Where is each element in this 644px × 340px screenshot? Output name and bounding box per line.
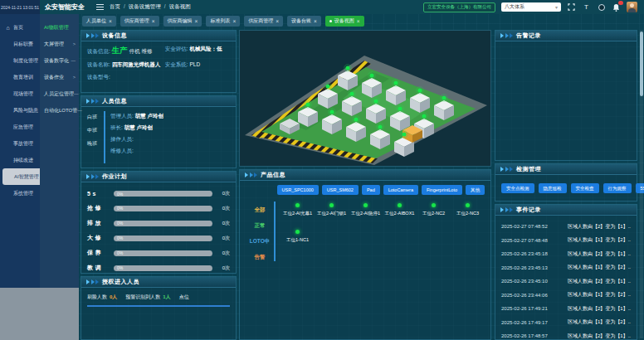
sidebar-item[interactable]: 风险与隐患 — [0, 102, 40, 119]
work-plan-row: 5s 0% 0次 — [87, 190, 230, 197]
tab[interactable]: 设备视图 × — [325, 16, 364, 27]
panel-title: 产品信息 — [261, 171, 285, 179]
close-icon[interactable]: × — [109, 18, 112, 24]
product-type-button[interactable]: USR_SPC1000 — [277, 185, 319, 195]
close-icon[interactable]: × — [314, 18, 317, 24]
progress-bar: 0% — [114, 191, 212, 197]
breadcrumb-section[interactable]: 设备设施管理 — [129, 3, 169, 11]
device-item[interactable]: 工位1-NC1 — [281, 230, 315, 243]
page-scrollbar[interactable] — [640, 30, 643, 338]
primary-sidebar: ⌂ 首页 目标职责 制度化管理 教育培训 现场管理 — [0, 14, 40, 288]
tab[interactable]: 供应商编辑 × — [163, 16, 202, 27]
event-text: 区域人数由【2】变为【1】.. — [568, 278, 631, 285]
close-icon[interactable]: × — [357, 18, 360, 24]
panel-chevrons-icon — [86, 279, 99, 284]
breadcrumb-home[interactable]: 首页 — [110, 3, 129, 11]
sidebar-item[interactable]: 目标职责 — [0, 36, 40, 52]
product-type-button[interactable]: LotoCamera — [383, 185, 418, 195]
close-icon[interactable]: × — [195, 18, 198, 24]
sidebar-item[interactable]: 事故管理 — [0, 135, 40, 152]
sidebar-item-label: 教育培训 — [13, 74, 33, 81]
product-type-button[interactable]: USR_SM602 — [322, 185, 359, 195]
close-icon[interactable]: × — [232, 18, 236, 24]
sidebar-item-label: 事故管理 — [13, 140, 33, 148]
sidebar-item[interactable]: 持续改进 — [0, 152, 40, 168]
device-item[interactable]: 工位2-AI门锁1 — [315, 203, 349, 216]
device-label: 工位2-AI急停1 — [351, 211, 380, 216]
submenu-item[interactable]: 设备数字化 — — [40, 52, 79, 69]
breadcrumb-current: 设备视图 — [169, 3, 191, 11]
submenu-item[interactable]: 设备作业 > — [40, 69, 79, 85]
event-text: 区域人数由【1】变为【2】.. — [568, 264, 631, 271]
shift-tab[interactable]: 白班 — [87, 114, 104, 121]
fullscreen-icon[interactable] — [567, 2, 576, 12]
sidebar-item[interactable]: 应急管理 — [0, 119, 40, 135]
submenu-item[interactable]: 大屏管理 > — [40, 36, 79, 52]
product-type-button[interactable]: Pad — [362, 185, 380, 195]
tab[interactable]: 人员单位 × — [82, 16, 116, 27]
authorized-stats: 刷脸人数0人 预警识别到人数1人 点位 — [87, 292, 230, 301]
sidebar-item-label: 持续改进 — [13, 157, 33, 164]
status-filter[interactable]: 正常 — [255, 222, 266, 230]
theme-icon[interactable] — [597, 2, 606, 12]
sidebar-item[interactable]: 制度化管理 — [0, 52, 40, 69]
device-item[interactable]: 工位2-AI急停1 — [349, 203, 383, 216]
device-item[interactable]: 工位2-NC3 — [451, 203, 485, 216]
inspection-button[interactable]: 安全点检测 — [501, 183, 534, 193]
inspection-button[interactable]: 行为观察 — [603, 183, 632, 193]
close-icon[interactable]: × — [152, 18, 155, 24]
sidebar-item-label: 目标职责 — [13, 41, 33, 48]
device-item[interactable]: 工位2-AIBOX1 — [383, 203, 417, 216]
alarm-records-panel: 告警记录 — [495, 30, 637, 161]
progress-bar: 0% — [114, 250, 212, 256]
avatar[interactable] — [627, 2, 637, 12]
sidebar-item[interactable]: 教育培训 — [0, 69, 40, 85]
event-text: 区域人数由【2】变为【1】.. — [568, 305, 631, 313]
panel-chevrons-icon — [500, 167, 513, 172]
status-dot-icon — [329, 203, 334, 207]
tab[interactable]: 设备台账 × — [287, 16, 321, 27]
product-type-button[interactable]: 其他 — [466, 185, 485, 195]
status-dot-icon — [363, 203, 368, 207]
tab[interactable]: 供应商管理 × — [120, 16, 159, 27]
system-select[interactable]: 八大体系 ▾ — [501, 2, 561, 12]
sidebar-collapse-icon[interactable] — [96, 4, 104, 10]
panel-title: 事件记录 — [516, 206, 541, 214]
sidebar-item[interactable]: ⌂ 首页 — [0, 19, 40, 36]
stat-value: 0人 — [110, 294, 117, 299]
panel-title: 设备信息 — [102, 32, 127, 40]
personnel-names: 胡慧 卢玲创 — [124, 124, 153, 130]
sidebar-item[interactable]: 系统管理 — [0, 185, 40, 202]
status-dot-icon — [466, 203, 470, 207]
status-filter[interactable]: 全部 — [255, 206, 266, 214]
font-size-icon[interactable]: T — [582, 2, 591, 12]
tab[interactable]: 供应商管理 × — [244, 16, 283, 27]
submenu-item[interactable]: 人员定位管理 — — [40, 85, 79, 102]
scrollbar-thumb[interactable] — [640, 32, 643, 96]
device-item[interactable]: 工位2-NC2 — [417, 203, 451, 216]
panel-chevrons-icon — [86, 174, 99, 179]
device-label: 工位2-AIBOX1 — [385, 211, 415, 216]
event-row: 2025-02-26 23:45:10 区域人数由【2】变为【1】.. — [501, 274, 631, 289]
shift-tab[interactable]: 中班 — [87, 127, 104, 134]
shift-tab[interactable]: 晚班 — [87, 140, 104, 148]
notification-bell-icon[interactable] — [612, 2, 621, 12]
event-time: 2025-02-27 07:48:52 — [501, 224, 548, 229]
status-filter[interactable]: LOTO中 — [250, 238, 270, 245]
inspection-button[interactable]: 安全检查 — [571, 183, 599, 193]
status-production: 生产 — [112, 46, 128, 55]
status-filter[interactable]: 告警 — [255, 254, 266, 261]
product-type-button[interactable]: FingerprintLoto — [422, 185, 462, 195]
close-icon[interactable]: × — [276, 18, 279, 24]
device-name-field: 设备名称: 四车间激光焊机器人 — [87, 61, 162, 69]
factory-3d-view[interactable] — [239, 30, 491, 167]
submenu-item[interactable]: 自动化LOTO管 — — [40, 102, 79, 119]
sidebar-item[interactable]: AI智慧管理 — [2, 168, 40, 185]
tab[interactable]: 标准列表 × — [206, 16, 240, 27]
topbar-actions: 立宏安全设备（上海）有限公司 八大体系 ▾ T — [423, 2, 644, 12]
sidebar-item[interactable]: 现场管理 — [0, 85, 40, 102]
device-item[interactable]: 工位2-AI光幕1 — [281, 203, 315, 216]
submenu-item[interactable]: AI物联管理 — [40, 19, 79, 36]
inspection-button[interactable]: 隐患巡检 — [539, 183, 567, 193]
submenu-item-label: 设备数字化 — [44, 57, 69, 65]
